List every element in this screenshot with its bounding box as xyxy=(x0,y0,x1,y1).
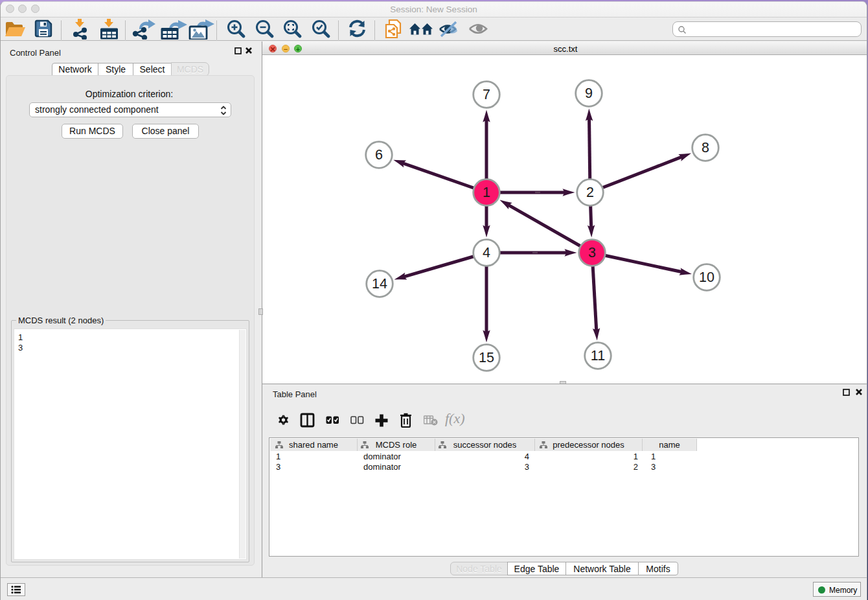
svg-text:2: 2 xyxy=(586,185,594,200)
svg-text:9: 9 xyxy=(585,86,593,101)
svg-text:15: 15 xyxy=(479,350,494,365)
svg-text:14: 14 xyxy=(372,276,387,292)
svg-text:1: 1 xyxy=(483,185,490,200)
svg-text:3: 3 xyxy=(588,245,596,260)
svg-text:11: 11 xyxy=(591,348,605,363)
svg-text:4: 4 xyxy=(483,245,490,260)
svg-text:6: 6 xyxy=(375,147,383,163)
svg-text:7: 7 xyxy=(483,87,490,102)
svg-text:10: 10 xyxy=(699,270,714,285)
svg-text:8: 8 xyxy=(702,140,709,156)
